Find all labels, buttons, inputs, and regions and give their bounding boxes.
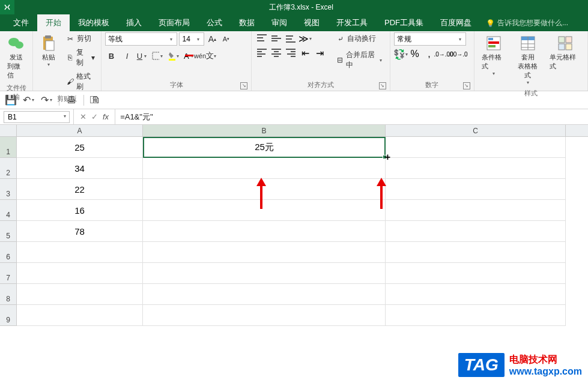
- tab-data[interactable]: 数据: [231, 14, 263, 31]
- tab-view[interactable]: 视图: [296, 14, 328, 31]
- cell-B9[interactable]: [143, 305, 386, 326]
- align-bottom-button[interactable]: [284, 32, 297, 44]
- cell-A1[interactable]: 25: [17, 137, 143, 158]
- tab-review[interactable]: 审阅: [263, 14, 296, 31]
- cell-C2[interactable]: [386, 158, 566, 179]
- align-center-button[interactable]: [270, 47, 283, 59]
- align-left-button[interactable]: [255, 47, 268, 59]
- row-header-1[interactable]: 1: [0, 137, 17, 158]
- align-middle-button[interactable]: [270, 32, 283, 44]
- cell-A4[interactable]: 16: [17, 200, 143, 221]
- number-format-select[interactable]: 常规 ▾: [394, 32, 466, 46]
- dialog-launcher-icon[interactable]: ↘: [463, 82, 470, 89]
- lightbulb-icon: 💡: [486, 19, 495, 28]
- wrap-text-button[interactable]: ⤶ 自动换行: [333, 32, 386, 45]
- cell-A9[interactable]: [17, 305, 143, 326]
- cell-styles-icon: [557, 35, 574, 52]
- cell-C7[interactable]: [386, 263, 566, 284]
- tab-layout[interactable]: 页面布局: [150, 14, 198, 31]
- cell-A6[interactable]: [17, 242, 143, 263]
- cell-B7[interactable]: [143, 263, 386, 284]
- dialog-launcher-icon[interactable]: ↘: [379, 82, 386, 89]
- tab-formula[interactable]: 公式: [198, 14, 231, 31]
- paste-button[interactable]: 粘贴 ▾: [37, 32, 61, 70]
- group-styles: 条件格式 ▾ 套用 表格格式 ▾ 单元格样式 样式: [474, 31, 588, 91]
- bold-button[interactable]: B: [105, 50, 117, 62]
- cell-A7[interactable]: [17, 263, 143, 284]
- font-size-select[interactable]: 14 ▾: [179, 32, 204, 46]
- cell-B2[interactable]: [143, 158, 386, 179]
- row-header-5[interactable]: 5: [0, 221, 17, 242]
- cell-C4[interactable]: [386, 200, 566, 221]
- send-to-wechat-button[interactable]: 发送 到微信: [4, 32, 29, 82]
- merge-center-button[interactable]: ⊟ 合并后居中 ▾: [333, 49, 386, 71]
- column-header-B[interactable]: B: [143, 125, 386, 136]
- column-header-C[interactable]: C: [386, 125, 566, 136]
- tab-home[interactable]: 开始: [37, 14, 70, 31]
- format-painter-button[interactable]: 🖌 格式刷: [63, 70, 97, 93]
- cell-A8[interactable]: [17, 284, 143, 305]
- tab-insert[interactable]: 插入: [118, 14, 150, 31]
- insert-function-button[interactable]: fx: [103, 112, 109, 121]
- align-right-button[interactable]: [284, 47, 297, 59]
- cut-button[interactable]: ✂ 剪切: [63, 32, 97, 45]
- cell-C5[interactable]: [386, 221, 566, 242]
- formula-input[interactable]: =A1&"元": [115, 112, 588, 122]
- cell-C6[interactable]: [386, 242, 566, 263]
- fill-color-button[interactable]: ▾: [168, 50, 180, 62]
- orientation-button[interactable]: ≫▾: [299, 32, 312, 44]
- dialog-launcher-icon[interactable]: ↘: [90, 96, 97, 103]
- phonetic-button[interactable]: wén文▾: [199, 50, 211, 62]
- cell-C8[interactable]: [386, 284, 566, 305]
- row-header-7[interactable]: 7: [0, 263, 17, 284]
- tab-baidu[interactable]: 百度网盘: [432, 14, 480, 31]
- cancel-formula-button[interactable]: ✕: [80, 112, 86, 121]
- cell-B5[interactable]: [143, 221, 386, 242]
- svg-rect-41: [559, 44, 565, 50]
- confirm-formula-button[interactable]: ✓: [91, 112, 98, 121]
- copy-button[interactable]: ⎘ 复制 ▾: [63, 46, 97, 69]
- percent-button[interactable]: %: [408, 48, 422, 60]
- cell-A5[interactable]: 78: [17, 221, 143, 242]
- cell-B1[interactable]: 25元 +: [143, 137, 386, 158]
- align-top-button[interactable]: [255, 32, 268, 44]
- row-header-2[interactable]: 2: [0, 158, 17, 179]
- select-all-corner[interactable]: [0, 125, 17, 136]
- decrease-indent-button[interactable]: ⇤: [299, 47, 312, 59]
- underline-button[interactable]: U▾: [136, 50, 148, 62]
- dialog-launcher-icon[interactable]: ↘: [240, 82, 247, 89]
- row-header-6[interactable]: 6: [0, 242, 17, 263]
- column-header-A[interactable]: A: [17, 125, 143, 136]
- cell-C3[interactable]: [386, 179, 566, 200]
- row-header-4[interactable]: 4: [0, 200, 17, 221]
- svg-rect-31: [488, 38, 493, 40]
- name-box[interactable]: B1 ▾: [4, 111, 70, 123]
- cell-C1[interactable]: [386, 137, 566, 158]
- decrease-font-button[interactable]: A▾: [220, 33, 232, 45]
- cell-styles-button[interactable]: 单元格样式: [546, 32, 584, 73]
- tab-template[interactable]: 我的模板: [70, 14, 118, 31]
- row-header-3[interactable]: 3: [0, 179, 17, 200]
- border-button[interactable]: ▾: [152, 50, 164, 62]
- cell-A3[interactable]: 22: [17, 179, 143, 200]
- increase-indent-button[interactable]: ⇥: [313, 47, 326, 59]
- tab-pdf[interactable]: PDF工具集: [376, 14, 432, 31]
- cell-A2[interactable]: 34: [17, 158, 143, 179]
- cell-C9[interactable]: [386, 305, 566, 326]
- decrease-decimal-button[interactable]: .00→.0: [452, 48, 465, 60]
- row-header-8[interactable]: 8: [0, 284, 17, 305]
- conditional-format-button[interactable]: 条件格式 ▾: [478, 32, 510, 79]
- font-name-select[interactable]: 等线 ▾: [105, 32, 177, 46]
- tab-dev[interactable]: 开发工具: [328, 14, 376, 31]
- increase-font-button[interactable]: A▴: [206, 33, 218, 45]
- tell-me-search[interactable]: 💡 告诉我您想要做什么...: [486, 15, 568, 31]
- accounting-format-button[interactable]: 💱▾: [394, 48, 407, 60]
- cell-B8[interactable]: [143, 284, 386, 305]
- italic-button[interactable]: I: [121, 50, 133, 62]
- row-header-9[interactable]: 9: [0, 305, 17, 326]
- cell-B6[interactable]: [143, 242, 386, 263]
- format-as-table-button[interactable]: 套用 表格格式 ▾: [512, 32, 544, 88]
- cell-B4[interactable]: [143, 200, 386, 221]
- tab-file[interactable]: 文件: [5, 14, 37, 31]
- svg-rect-9: [257, 34, 267, 35]
